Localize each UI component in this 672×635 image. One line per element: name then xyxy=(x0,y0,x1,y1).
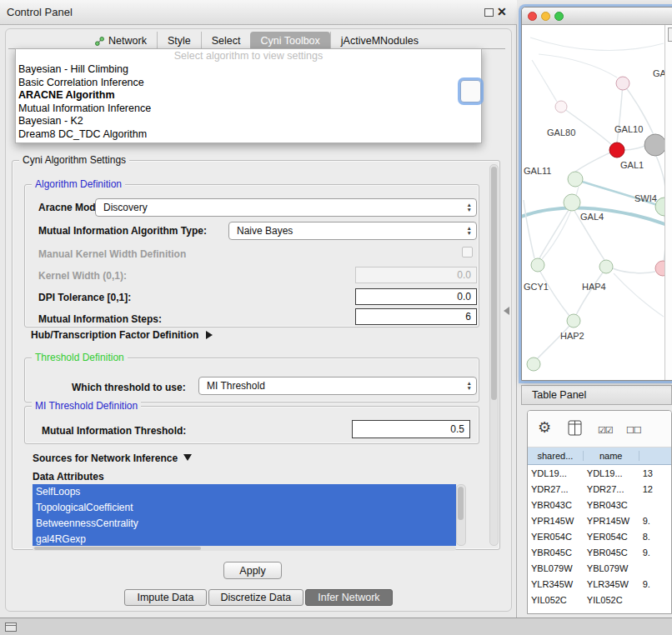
table-cell: 8. xyxy=(639,532,671,542)
kernel-width-field[interactable]: 0.0 xyxy=(355,267,477,283)
table-cell: YER054C xyxy=(528,532,584,542)
bottom-tab-impute-data[interactable]: Impute Data xyxy=(124,589,206,606)
table-cell: YBR045C xyxy=(528,548,584,558)
table-row[interactable]: YDR27...YDR27...12 xyxy=(528,481,671,497)
algorithm-dropdown-popup: Select algorithm to view settings Bayesi… xyxy=(15,48,482,143)
table-row[interactable]: YBR045CYBR045C9. xyxy=(528,544,671,560)
mi-threshold-field[interactable]: 0.5 xyxy=(352,420,470,438)
network-edge[interactable] xyxy=(524,200,534,258)
tab-style[interactable]: Style xyxy=(157,32,201,48)
network-edge[interactable] xyxy=(530,38,664,50)
float-window-icon[interactable] xyxy=(484,8,494,17)
window-title: Control Panel xyxy=(7,6,73,18)
tab-cyni-toolbox[interactable]: Cyni Toolbox xyxy=(250,32,329,48)
table-cell: YER054C xyxy=(584,532,639,542)
column-header[interactable]: name xyxy=(584,451,639,461)
birdseye-icon[interactable] xyxy=(668,28,672,42)
aracne-mode-select[interactable]: Discovery xyxy=(95,198,477,217)
sources-toggle[interactable]: Sources for Network Inference xyxy=(33,452,192,464)
node-label: GAL4 xyxy=(580,212,604,222)
manual-kernel-checkbox[interactable] xyxy=(462,247,473,258)
network-edge[interactable] xyxy=(613,268,655,273)
close-traffic-light[interactable] xyxy=(528,12,537,21)
gear-icon[interactable]: ⚙ xyxy=(538,418,551,437)
network-edge[interactable] xyxy=(614,273,664,317)
stepper-icon xyxy=(467,199,472,216)
network-edge[interactable] xyxy=(576,272,603,315)
bottom-tab-discretize-data[interactable]: Discretize Data xyxy=(208,589,304,606)
table-row[interactable]: YBR043CYBR043C xyxy=(528,497,671,512)
network-canvas[interactable]: GALGAL80GAL10GAL11GAL1SWI4GAL4GCY1HAP4HA… xyxy=(522,25,672,380)
table-cell: YIL052C xyxy=(584,595,639,605)
algorithm-option-basic-correlation-inference[interactable]: Basic Correlation Inference xyxy=(16,77,481,90)
settings-vertical-scrollbar[interactable] xyxy=(489,164,499,546)
node-label: SWI4 xyxy=(634,193,657,203)
algorithm-option-bayesian-hill-climbing[interactable]: Bayesian - Hill Climbing xyxy=(16,63,481,77)
table-cell: YDL19... xyxy=(584,468,639,478)
algorithm-option-mutual-information-inference[interactable]: Mutual Information Inference xyxy=(16,102,481,116)
mi-steps-field[interactable]: 6 xyxy=(355,308,477,325)
network-node[interactable] xyxy=(599,260,613,273)
network-edge[interactable] xyxy=(532,60,557,102)
network-node[interactable] xyxy=(568,172,583,187)
network-edge[interactable] xyxy=(539,210,569,258)
apply-button[interactable]: Apply xyxy=(223,562,282,579)
table-cell: YIL052C xyxy=(528,595,584,605)
table-cell: YBR043C xyxy=(584,500,639,510)
attribute-item[interactable]: gal4RGexp xyxy=(33,532,456,546)
algorithm-option-aracne-algorithm[interactable]: ARACNE Algorithm xyxy=(16,89,481,102)
attributes-horizontal-scrollbar[interactable] xyxy=(33,546,456,551)
attribute-item[interactable]: SelfLoops xyxy=(33,484,456,500)
hub-definition-toggle[interactable]: Hub/Transcription Factor Definition xyxy=(31,329,213,341)
dock-panel-icon[interactable] xyxy=(5,622,17,632)
attribute-item[interactable]: TopologicalCoefficient xyxy=(33,500,456,516)
select-all-icon[interactable]: ☑☑ xyxy=(598,425,613,436)
attributes-vertical-scrollbar[interactable] xyxy=(456,484,466,546)
table-cell: YPR145W xyxy=(584,516,639,526)
panel-splitter-toggle[interactable] xyxy=(504,307,509,315)
network-edge[interactable] xyxy=(575,152,610,172)
close-icon[interactable]: ✕ xyxy=(497,5,507,18)
table-row[interactable]: YER054CYER054C8. xyxy=(528,528,671,544)
tab-jactivemnodules[interactable]: jActiveMNodules xyxy=(330,32,429,48)
table-row[interactable]: YLR345WYLR345W9. xyxy=(528,576,671,592)
zoom-traffic-light[interactable] xyxy=(554,12,564,21)
network-node[interactable] xyxy=(616,77,629,90)
mi-type-select[interactable]: Naive Bayes xyxy=(228,222,477,240)
attribute-item[interactable]: BetweennessCentrality xyxy=(33,516,456,532)
network-edge[interactable] xyxy=(624,146,645,150)
network-node[interactable] xyxy=(555,101,567,112)
table-row[interactable]: YIL052CYIL052C xyxy=(528,592,671,608)
table-row[interactable]: YDL19...YDL19...13 xyxy=(528,465,671,481)
table-cell: YDL19... xyxy=(528,468,584,478)
network-node[interactable] xyxy=(609,142,624,158)
column-header[interactable]: shared... xyxy=(528,451,584,461)
network-node[interactable] xyxy=(644,134,665,156)
cyni-algorithm-settings-group: Cyni Algorithm Settings Algorithm Defini… xyxy=(12,160,500,550)
deselect-all-icon[interactable]: ☐☐ xyxy=(626,425,641,436)
network-node[interactable] xyxy=(531,258,544,272)
tab-network[interactable]: Network xyxy=(85,32,157,48)
column-selector-icon[interactable] xyxy=(568,420,582,439)
algorithm-option-bayesian-k2[interactable]: Bayesian - K2 xyxy=(16,115,481,128)
network-edge[interactable] xyxy=(540,272,569,316)
minimize-traffic-light[interactable] xyxy=(541,12,550,21)
algorithm-combo-stepper[interactable] xyxy=(460,80,481,102)
dpi-tolerance-field[interactable]: 0.0 xyxy=(355,288,477,305)
network-node[interactable] xyxy=(564,194,580,211)
network-edge[interactable] xyxy=(539,54,617,78)
tab-label: Style xyxy=(168,35,191,47)
table-toolbar: ⚙ ☑☑ ☐☐ xyxy=(528,411,671,448)
node-label: GAL11 xyxy=(524,166,551,176)
status-strip xyxy=(0,618,672,635)
bottom-tab-infer-network[interactable]: Infer Network xyxy=(305,589,392,606)
network-node[interactable] xyxy=(527,358,540,371)
tab-select[interactable]: Select xyxy=(201,32,251,48)
table-row[interactable]: YPR145WYPR145W9. xyxy=(528,512,671,528)
table-row[interactable]: YBL079WYBL079W xyxy=(528,560,671,576)
algorithm-definition-title: Algorithm Definition xyxy=(32,178,125,190)
network-edge[interactable] xyxy=(561,107,614,147)
which-threshold-select[interactable]: MI Threshold xyxy=(198,377,477,395)
network-node[interactable] xyxy=(567,314,580,328)
algorithm-option-dream8-dc-tdc-algorithm[interactable]: Dream8 DC_TDC Algorithm xyxy=(16,128,481,142)
